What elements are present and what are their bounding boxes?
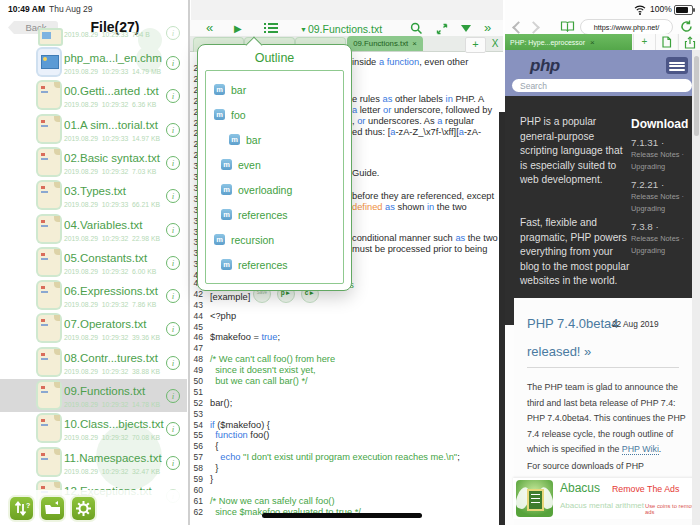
settings-gear-button[interactable] [72,497,95,520]
bookmarks-book-icon[interactable] [560,20,575,32]
fullscreen-icon[interactable] [436,23,448,35]
more-dropdown-icon[interactable] [461,25,471,32]
info-icon[interactable] [166,289,180,303]
info-icon[interactable] [166,322,180,336]
folder-actions-button[interactable] [41,497,64,520]
version-link[interactable]: 7.3.8 · [631,221,695,232]
home-indicator[interactable] [262,513,422,518]
code-fragment: , or underscores. As a regular [352,116,474,126]
outline-item-label: references [238,209,288,221]
info-icon[interactable] [166,26,180,40]
url-field[interactable]: https://www.php.net/ [580,19,673,35]
info-icon[interactable] [166,156,180,170]
refresh-icon[interactable] [680,20,693,33]
new-tab-button[interactable]: + [465,37,486,53]
file-row-00.Getti...arted-.txt[interactable]: 00.Getti...arted .txt2019.08.29 10:29:32… [0,79,187,112]
browser-tab-close-icon[interactable]: × [590,38,595,47]
upgrading-link[interactable]: Upgrading [631,161,695,173]
outline-item-references[interactable]: mreferences [206,202,343,227]
next-file-icon[interactable]: » [484,22,491,34]
release-notes-link[interactable]: Release Notes · [631,191,695,203]
release-notes-link[interactable]: Release Notes · [631,233,695,245]
search-icon[interactable] [410,22,423,35]
browser-scrollbar-thumb[interactable] [694,56,699,136]
code-row: 58 } [187,463,499,474]
outline-icon[interactable] [264,23,278,34]
outline-item-label: overloading [238,184,292,196]
run-play-icon[interactable]: ▶ [234,23,242,35]
release-notes-link[interactable]: Release Notes · [631,149,695,161]
file-row-05.Constants.txt[interactable]: 05.Constants.txt2019.08.29 10:29:32 6.00… [0,246,187,279]
abacus-ad-icon[interactable] [516,480,553,517]
tab-close-icon[interactable]: × [412,39,417,48]
code-text: <?php [210,311,236,322]
outline-item-recursion[interactable]: mrecursion [206,227,343,252]
browser-tab-php[interactable]: PHP: Hype...eprocessor × [505,34,632,50]
code-fragment: must be processed prior to being [352,244,487,254]
outline-item-label: even [238,159,261,171]
tab-09-functions[interactable]: 09.Functions.txt× [347,36,423,51]
file-row-03.Types.txt[interactable]: 03.Types.txt2019.08.29 10:29:33 66.21 KB [0,179,187,212]
version-link[interactable]: 7.2.21 · [631,179,695,190]
file-row-php_ma...l_en.chm[interactable]: php_ma...l_en.chm2019.08.29 10:29:33 14.… [0,46,187,79]
news-title-line2[interactable]: released! » [527,344,591,359]
code-fragment: Guide. [352,168,379,178]
outline-item-bar[interactable]: mbar [206,77,343,102]
remove-ads-link[interactable]: Remove The Ads [612,484,679,494]
line-number: 44 [187,311,203,322]
code-text: bar(); [210,398,232,409]
file-row-01.A-sim...torial.txt[interactable]: 01.A sim...torial.txt2019.08.29 10:29:33… [0,113,187,146]
file-title-dropdown[interactable]: ▼09.Functions.txt [300,23,382,35]
share-icon[interactable] [678,34,700,50]
file-row-11.Namespaces.txt[interactable]: 11.Namespaces.txt2019.08.29 10:29:32 32.… [0,446,187,479]
info-icon[interactable] [166,189,180,203]
info-icon[interactable] [166,422,180,436]
page-save-icon[interactable] [655,34,677,50]
file-row-08.Contr...tures.txt[interactable]: 08.Contr...tures.txt2019.08.29 10:29:32 … [0,346,187,379]
info-icon[interactable] [166,223,180,237]
info-icon[interactable] [166,356,180,370]
sort-button[interactable]: ? [10,497,33,520]
line-number: 46 [187,332,203,343]
info-icon[interactable] [166,256,180,270]
news-paragraph: The PHP team is glad to announce the thi… [527,380,687,458]
close-tabs-button[interactable]: X [487,37,503,51]
outline-item-references[interactable]: mreferences [206,252,343,277]
file-row-04.Variables.txt[interactable]: 04.Variables.txt2019.08.29 10:29:32 22.9… [0,213,187,246]
outline-item-partial[interactable]: m [206,277,343,284]
file-meta: 2019.08.29 10:29:32 22.98 KB [64,235,160,242]
code-segment: function [215,430,248,440]
code-row: 52bar(); [187,398,499,409]
version-link[interactable]: 7.1.31 · [631,137,695,148]
info-icon[interactable] [166,56,180,70]
code-text: $makefoo = true; [210,332,280,343]
info-icon[interactable] [166,123,180,137]
outline-item-overloading[interactable]: moverloading [206,177,343,202]
outline-item-foo[interactable]: mfoo [206,102,343,127]
news-title[interactable]: PHP 7.4.0beta4 [527,316,619,331]
code-row: 45 [187,322,499,333]
info-icon[interactable] [166,389,180,403]
php-wiki-link[interactable]: PHP Wiki [622,444,659,455]
code-row: 44<?php [187,311,499,322]
upgrading-link[interactable]: Upgrading [631,203,695,215]
file-row-09.Functions.txt[interactable]: 09.Functions.txt2019.08.29 10:29:32 14.7… [0,379,187,412]
site-search-input[interactable]: Search [512,79,692,92]
outline-item-even[interactable]: meven [206,152,343,177]
info-icon[interactable] [166,89,180,103]
line-number: 55 [187,430,203,441]
prev-file-icon[interactable]: « [206,22,213,34]
code-segment: PHP. A [453,94,484,104]
ad-title[interactable]: Abacus [560,481,600,495]
screen: Back File(27) 2019.08.29 10:29:33 704 B … [0,0,700,525]
php-logo[interactable]: php [530,56,560,76]
browser-new-tab-button[interactable]: + [633,34,655,50]
file-row-06.Expressions.txt[interactable]: 06.Expressions.txt2019.08.29 10:29:32 7.… [0,279,187,312]
file-row-02.Basic-syntax.txt[interactable]: 02.Basic syntax.txt2019.08.29 10:29:32 7… [0,146,187,179]
upgrading-link[interactable]: Upgrading [631,245,695,257]
info-icon[interactable] [166,456,180,470]
file-row-07.Operators.txt[interactable]: 07.Operators.txt2019.08.29 10:29:32 39.3… [0,312,187,345]
hamburger-menu-icon[interactable] [666,57,688,74]
file-row-10.Class...bjects.txt[interactable]: 10.Class...bjects.txt2019.08.29 10:29:32… [0,412,187,445]
outline-item-bar[interactable]: mbar [206,127,343,152]
